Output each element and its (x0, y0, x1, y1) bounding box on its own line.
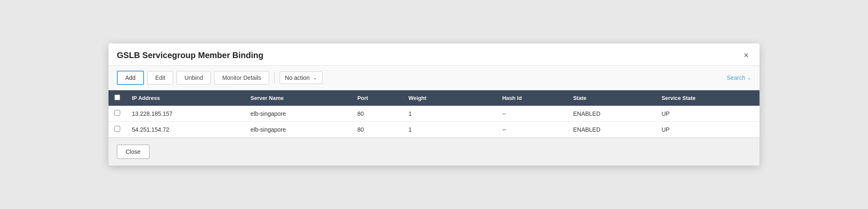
header-server-name: Server Name (245, 90, 351, 106)
table-header-row: IP Address Server Name Port Weight Hash … (108, 90, 760, 106)
select-all-checkbox[interactable] (114, 94, 120, 100)
cell-ip-address: 13.228.185.157 (126, 106, 245, 122)
cell-state: ENABLED (567, 122, 656, 138)
cell-server-name: elb-singapore (245, 106, 351, 122)
row-checkbox[interactable] (114, 126, 120, 132)
toolbar: Add Edit Unbind Monitor Details No actio… (108, 66, 760, 90)
header-state: State (567, 90, 656, 106)
close-modal-button[interactable]: Close (117, 145, 149, 159)
header-ip-address: IP Address (126, 90, 245, 106)
header-port: Port (351, 90, 402, 106)
cell-hash-id: -- (496, 122, 567, 138)
modal-footer: Close (108, 138, 760, 166)
header-checkbox-col (108, 90, 126, 106)
search-chevron-icon: ⌄ (747, 75, 751, 81)
modal-header: GSLB Servicegroup Member Binding × (108, 43, 760, 66)
row-checkbox-cell (108, 122, 126, 138)
cell-port: 80 (351, 106, 402, 122)
cell-empty (470, 122, 497, 138)
table-body: 13.228.185.157elb-singapore801--ENABLEDU… (108, 106, 760, 138)
cell-empty (470, 106, 497, 122)
cell-weight: 1 (403, 122, 470, 138)
modal-container: GSLB Servicegroup Member Binding × Add E… (108, 43, 760, 166)
table-row: 54.251.154.72elb-singapore801--ENABLEDUP (108, 122, 760, 138)
members-table: IP Address Server Name Port Weight Hash … (108, 90, 760, 138)
modal-close-button[interactable]: × (741, 50, 751, 60)
cell-server-name: elb-singapore (245, 122, 351, 138)
header-empty (470, 90, 497, 106)
modal-title: GSLB Servicegroup Member Binding (117, 51, 263, 60)
row-checkbox-cell (108, 106, 126, 122)
row-checkbox[interactable] (114, 110, 120, 116)
table-row: 13.228.185.157elb-singapore801--ENABLEDU… (108, 106, 760, 122)
cell-weight: 1 (403, 106, 470, 122)
header-weight: Weight (403, 90, 470, 106)
edit-button[interactable]: Edit (147, 71, 173, 84)
no-action-label: No action (285, 74, 310, 81)
cell-service-state: UP (656, 122, 760, 138)
cell-service-state: UP (656, 106, 760, 122)
add-button[interactable]: Add (117, 71, 144, 85)
header-service-state: Service State (656, 90, 760, 106)
cell-hash-id: -- (496, 106, 567, 122)
header-hash-id: Hash Id (496, 90, 567, 106)
table-container: IP Address Server Name Port Weight Hash … (108, 90, 760, 138)
cell-state: ENABLED (567, 106, 656, 122)
search-label: Search (727, 74, 745, 81)
monitor-details-button[interactable]: Monitor Details (214, 71, 269, 84)
toolbar-divider (274, 72, 275, 84)
cell-ip-address: 54.251.154.72 (126, 122, 245, 138)
chevron-down-icon: ⌄ (313, 75, 317, 81)
unbind-button[interactable]: Unbind (177, 71, 211, 84)
cell-port: 80 (351, 122, 402, 138)
search-button[interactable]: Search ⌄ (727, 74, 751, 81)
no-action-dropdown[interactable]: No action ⌄ (280, 71, 323, 84)
